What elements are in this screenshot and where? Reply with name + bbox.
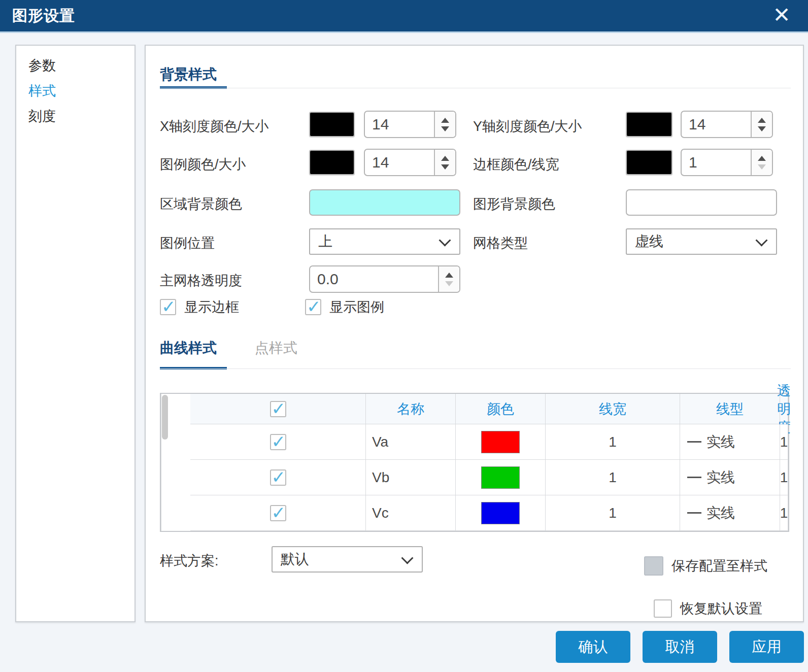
solid-line-icon xyxy=(687,512,701,514)
save-to-style-label: 保存配置至样式 xyxy=(671,557,767,575)
col-header-color: 颜色 xyxy=(456,394,546,424)
curve-linewidth: 1 xyxy=(546,495,680,531)
show-border-label: 显示边框 xyxy=(184,298,239,316)
curve-opacity: 1 xyxy=(780,495,788,531)
row-checkbox[interactable] xyxy=(270,434,286,450)
legend-position-value: 上 xyxy=(310,232,332,251)
curve-linetype: 实线 xyxy=(706,432,735,452)
show-legend-label: 显示图例 xyxy=(329,298,384,316)
x-axis-size-spinner[interactable]: 14 xyxy=(364,111,456,138)
chart-bg-color-label: 图形背景颜色 xyxy=(473,195,555,213)
curve-color-swatch[interactable] xyxy=(481,466,520,489)
legend-position-select[interactable]: 上 xyxy=(309,228,460,255)
nav-item-scale[interactable]: 刻度 xyxy=(16,104,134,129)
curve-name: Vc xyxy=(366,495,456,531)
style-scheme-label: 样式方案: xyxy=(160,552,219,570)
show-border-checkbox[interactable] xyxy=(160,299,176,315)
grid-opacity-spin-buttons[interactable] xyxy=(438,266,459,292)
cancel-button[interactable]: 取消 xyxy=(643,631,717,663)
curve-color-cell xyxy=(456,460,546,495)
col-header-name: 名称 xyxy=(366,394,456,424)
confirm-button[interactable]: 确认 xyxy=(556,631,630,663)
chevron-down-icon xyxy=(755,234,767,246)
spin-up-icon[interactable] xyxy=(758,156,766,161)
spin-down-icon[interactable] xyxy=(758,164,766,170)
nav-item-style[interactable]: 样式 xyxy=(16,78,134,104)
style-settings-panel: 背景样式 X轴刻度颜色/大小 14 Y轴刻度颜色/大小 14 图例颜色/大小 1… xyxy=(145,45,804,622)
tab-curve-style[interactable]: 曲线样式 xyxy=(160,339,217,358)
grid-opacity-value: 0.0 xyxy=(310,271,438,288)
curve-name: Va xyxy=(366,424,456,460)
grid-type-select[interactable]: 虚线 xyxy=(626,228,777,255)
spin-up-icon[interactable] xyxy=(441,118,449,123)
x-axis-color-swatch[interactable] xyxy=(309,112,355,137)
restore-default-label: 恢复默认设置 xyxy=(680,599,762,618)
row-checkbox[interactable] xyxy=(270,469,286,486)
table-row-checkbox-cell xyxy=(190,460,366,495)
restore-default-checkbox[interactable] xyxy=(654,599,672,618)
select-all-cell xyxy=(190,394,366,424)
style-scheme-value: 默认 xyxy=(273,550,309,569)
curve-linetype: 实线 xyxy=(706,468,735,487)
x-axis-size-spin-buttons[interactable] xyxy=(434,112,455,137)
tab-rule xyxy=(160,368,791,369)
y-axis-size-spinner[interactable]: 14 xyxy=(681,111,773,138)
x-axis-tick-label: X轴刻度颜色/大小 xyxy=(160,117,269,136)
legend-position-label: 图例位置 xyxy=(160,234,215,252)
show-legend-checkbox[interactable] xyxy=(305,299,321,315)
table-row-checkbox-cell xyxy=(190,495,366,531)
spin-down-icon[interactable] xyxy=(441,164,449,170)
dialog-title: 图形设置 xyxy=(12,6,75,26)
legend-size-spinner[interactable]: 14 xyxy=(364,149,456,176)
select-all-checkbox[interactable] xyxy=(270,401,286,417)
grid-type-label: 网格类型 xyxy=(473,234,528,252)
grid-opacity-label: 主网格透明度 xyxy=(160,272,242,290)
curve-style-table: 名称 颜色 线宽 线型 透明度 Va 1 实线 1 Vb 1 实线 1 Vc 1… xyxy=(160,393,789,532)
nav-item-parameters[interactable]: 参数 xyxy=(16,53,134,78)
spin-down-icon[interactable] xyxy=(758,126,766,131)
curve-color-swatch[interactable] xyxy=(481,431,520,453)
legend-size-spin-buttons[interactable] xyxy=(434,150,455,175)
spin-up-icon[interactable] xyxy=(441,156,449,161)
tab-point-style[interactable]: 点样式 xyxy=(255,339,297,358)
border-width-value: 1 xyxy=(682,154,751,171)
spin-down-icon[interactable] xyxy=(441,126,449,131)
border-color-swatch[interactable] xyxy=(626,150,672,175)
spin-up-icon[interactable] xyxy=(758,118,766,123)
table-scrollbar[interactable] xyxy=(161,394,190,531)
chart-bg-color-field[interactable] xyxy=(626,189,777,216)
solid-line-icon xyxy=(687,477,701,478)
spin-down-icon[interactable] xyxy=(445,281,453,286)
curve-name: Vb xyxy=(366,460,456,495)
curve-linewidth: 1 xyxy=(546,460,680,495)
apply-button[interactable]: 应用 xyxy=(729,631,804,663)
border-color-label: 边框颜色/线宽 xyxy=(473,155,559,174)
curve-color-swatch[interactable] xyxy=(481,502,520,524)
curve-linetype: 实线 xyxy=(706,503,735,523)
close-icon[interactable]: ✕ xyxy=(769,3,794,27)
y-axis-color-swatch[interactable] xyxy=(626,112,672,137)
area-bg-color-field[interactable] xyxy=(309,189,460,216)
legend-size-value: 14 xyxy=(365,154,434,171)
dialog-titlebar: 图形设置 ✕ xyxy=(0,0,808,33)
curve-linetype-cell: 实线 xyxy=(680,424,780,460)
grid-opacity-spinner[interactable]: 0.0 xyxy=(309,265,460,293)
legend-color-swatch[interactable] xyxy=(309,150,355,175)
legend-color-label: 图例颜色/大小 xyxy=(160,155,246,174)
x-axis-size-value: 14 xyxy=(365,116,434,133)
scrollbar-thumb[interactable] xyxy=(162,395,168,440)
spin-up-icon[interactable] xyxy=(445,273,453,278)
save-to-style-checkbox[interactable] xyxy=(644,556,663,576)
y-axis-size-spin-buttons[interactable] xyxy=(751,112,772,137)
border-width-spin-buttons[interactable] xyxy=(751,150,772,175)
chevron-down-icon xyxy=(401,552,413,564)
style-scheme-select[interactable]: 默认 xyxy=(272,546,423,573)
solid-line-icon xyxy=(687,441,701,443)
border-width-spinner[interactable]: 1 xyxy=(681,149,773,176)
chevron-down-icon xyxy=(439,234,451,246)
col-header-linetype: 线型 xyxy=(680,394,780,424)
y-axis-tick-label: Y轴刻度颜色/大小 xyxy=(473,117,582,136)
curve-opacity: 1 xyxy=(780,460,788,495)
area-bg-color-label: 区域背景颜色 xyxy=(160,195,242,213)
row-checkbox[interactable] xyxy=(270,505,286,521)
